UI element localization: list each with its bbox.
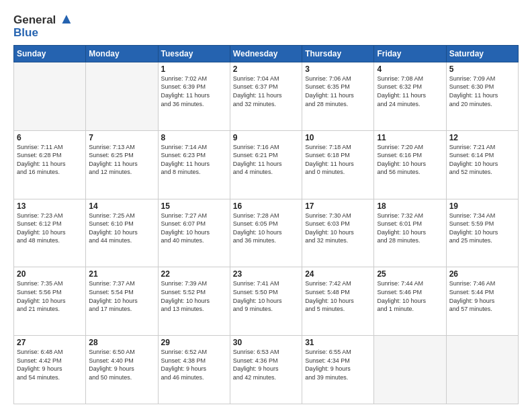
day-number: 14 — [89, 201, 154, 211]
calendar-cell: 18Sunrise: 7:32 AM Sunset: 6:01 PM Dayli… — [374, 199, 446, 267]
calendar-cell: 27Sunrise: 6:48 AM Sunset: 4:42 PM Dayli… — [14, 336, 86, 404]
calendar-cell: 28Sunrise: 6:50 AM Sunset: 4:40 PM Dayli… — [86, 336, 158, 404]
day-info: Sunrise: 7:39 AM Sunset: 5:52 PM Dayligh… — [161, 279, 227, 313]
calendar-cell: 24Sunrise: 7:42 AM Sunset: 5:48 PM Dayli… — [302, 267, 374, 336]
day-info: Sunrise: 7:06 AM Sunset: 6:35 PM Dayligh… — [305, 75, 371, 108]
day-number: 11 — [377, 133, 443, 142]
day-number: 22 — [161, 269, 227, 279]
day-number: 16 — [233, 201, 299, 211]
day-number: 30 — [233, 338, 299, 347]
day-number: 21 — [89, 269, 154, 279]
logo-bird-icon: ▲ — [59, 10, 74, 27]
day-info: Sunrise: 7:20 AM Sunset: 6:16 PM Dayligh… — [377, 143, 443, 177]
calendar-cell: 10Sunrise: 7:18 AM Sunset: 6:18 PM Dayli… — [302, 130, 374, 199]
calendar-cell: 9Sunrise: 7:16 AM Sunset: 6:21 PM Daylig… — [230, 130, 302, 199]
calendar-header-monday: Monday — [86, 45, 158, 62]
calendar-week-1: 6Sunrise: 7:11 AM Sunset: 6:28 PM Daylig… — [14, 130, 519, 199]
calendar-cell: 8Sunrise: 7:14 AM Sunset: 6:23 PM Daylig… — [158, 130, 230, 199]
calendar-header-friday: Friday — [374, 45, 446, 62]
day-info: Sunrise: 7:11 AM Sunset: 6:28 PM Dayligh… — [17, 143, 83, 177]
day-info: Sunrise: 7:42 AM Sunset: 5:48 PM Dayligh… — [305, 279, 371, 313]
calendar-cell: 30Sunrise: 6:53 AM Sunset: 4:36 PM Dayli… — [230, 336, 302, 404]
day-info: Sunrise: 6:48 AM Sunset: 4:42 PM Dayligh… — [17, 348, 83, 381]
calendar-week-3: 20Sunrise: 7:35 AM Sunset: 5:56 PM Dayli… — [14, 267, 519, 336]
day-number: 24 — [305, 269, 371, 279]
calendar-header-sunday: Sunday — [14, 45, 86, 62]
day-info: Sunrise: 7:09 AM Sunset: 6:30 PM Dayligh… — [449, 75, 515, 108]
day-info: Sunrise: 6:50 AM Sunset: 4:40 PM Dayligh… — [89, 348, 154, 381]
logo-blue: Blue — [13, 27, 74, 40]
day-info: Sunrise: 7:35 AM Sunset: 5:56 PM Dayligh… — [17, 279, 83, 313]
day-number: 13 — [17, 201, 83, 211]
day-info: Sunrise: 7:27 AM Sunset: 6:07 PM Dayligh… — [161, 212, 227, 245]
day-info: Sunrise: 7:37 AM Sunset: 5:54 PM Dayligh… — [89, 279, 154, 313]
calendar-header-wednesday: Wednesday — [230, 45, 302, 62]
day-number: 5 — [449, 64, 515, 74]
day-info: Sunrise: 6:53 AM Sunset: 4:36 PM Dayligh… — [233, 348, 299, 381]
calendar-cell: 26Sunrise: 7:46 AM Sunset: 5:44 PM Dayli… — [446, 267, 518, 336]
header: General ▲ Blue — [13, 11, 519, 40]
calendar-cell: 22Sunrise: 7:39 AM Sunset: 5:52 PM Dayli… — [158, 267, 230, 336]
calendar-cell — [446, 336, 518, 404]
calendar-cell: 14Sunrise: 7:25 AM Sunset: 6:10 PM Dayli… — [86, 199, 158, 267]
day-info: Sunrise: 7:46 AM Sunset: 5:44 PM Dayligh… — [449, 279, 515, 313]
day-info: Sunrise: 7:23 AM Sunset: 6:12 PM Dayligh… — [17, 212, 83, 245]
calendar-cell: 12Sunrise: 7:21 AM Sunset: 6:14 PM Dayli… — [446, 130, 518, 199]
day-number: 12 — [449, 133, 515, 142]
day-number: 26 — [449, 269, 515, 279]
day-number: 23 — [233, 269, 299, 279]
day-number: 20 — [17, 269, 83, 279]
day-number: 31 — [305, 338, 371, 347]
calendar-cell: 19Sunrise: 7:34 AM Sunset: 5:59 PM Dayli… — [446, 199, 518, 267]
calendar-cell: 13Sunrise: 7:23 AM Sunset: 6:12 PM Dayli… — [14, 199, 86, 267]
day-number: 15 — [161, 201, 227, 211]
day-info: Sunrise: 7:41 AM Sunset: 5:50 PM Dayligh… — [233, 279, 299, 313]
day-info: Sunrise: 7:08 AM Sunset: 6:32 PM Dayligh… — [377, 75, 443, 108]
day-number: 19 — [449, 201, 515, 211]
calendar-cell: 4Sunrise: 7:08 AM Sunset: 6:32 PM Daylig… — [374, 62, 446, 130]
day-number: 9 — [233, 133, 299, 142]
calendar-cell — [86, 62, 158, 130]
calendar-week-2: 13Sunrise: 7:23 AM Sunset: 6:12 PM Dayli… — [14, 199, 519, 267]
day-info: Sunrise: 7:34 AM Sunset: 5:59 PM Dayligh… — [449, 212, 515, 245]
day-info: Sunrise: 7:18 AM Sunset: 6:18 PM Dayligh… — [305, 143, 371, 177]
calendar-week-0: 1Sunrise: 7:02 AM Sunset: 6:39 PM Daylig… — [14, 62, 519, 130]
day-number: 3 — [305, 64, 371, 74]
day-number: 6 — [17, 133, 83, 142]
day-info: Sunrise: 7:14 AM Sunset: 6:23 PM Dayligh… — [161, 143, 227, 177]
day-number: 29 — [161, 338, 227, 347]
calendar-cell: 31Sunrise: 6:55 AM Sunset: 4:34 PM Dayli… — [302, 336, 374, 404]
day-number: 28 — [89, 338, 154, 347]
day-info: Sunrise: 7:21 AM Sunset: 6:14 PM Dayligh… — [449, 143, 515, 177]
calendar-cell: 25Sunrise: 7:44 AM Sunset: 5:46 PM Dayli… — [374, 267, 446, 336]
calendar-cell — [14, 62, 86, 130]
calendar-cell: 29Sunrise: 6:52 AM Sunset: 4:38 PM Dayli… — [158, 336, 230, 404]
day-number: 1 — [161, 64, 227, 74]
day-info: Sunrise: 7:44 AM Sunset: 5:46 PM Dayligh… — [377, 279, 443, 313]
day-number: 25 — [377, 269, 443, 279]
calendar-cell: 15Sunrise: 7:27 AM Sunset: 6:07 PM Dayli… — [158, 199, 230, 267]
calendar-cell: 23Sunrise: 7:41 AM Sunset: 5:50 PM Dayli… — [230, 267, 302, 336]
day-info: Sunrise: 7:25 AM Sunset: 6:10 PM Dayligh… — [89, 212, 154, 245]
calendar-header-row: SundayMondayTuesdayWednesdayThursdayFrid… — [14, 45, 519, 62]
logo: General ▲ Blue — [13, 11, 74, 40]
calendar-header-tuesday: Tuesday — [158, 45, 230, 62]
day-number: 18 — [377, 201, 443, 211]
day-info: Sunrise: 6:55 AM Sunset: 4:34 PM Dayligh… — [305, 348, 371, 381]
day-info: Sunrise: 7:13 AM Sunset: 6:25 PM Dayligh… — [89, 143, 154, 177]
calendar-header-thursday: Thursday — [302, 45, 374, 62]
day-info: Sunrise: 7:16 AM Sunset: 6:21 PM Dayligh… — [233, 143, 299, 177]
calendar-cell: 1Sunrise: 7:02 AM Sunset: 6:39 PM Daylig… — [158, 62, 230, 130]
day-number: 8 — [161, 133, 227, 142]
day-info: Sunrise: 6:52 AM Sunset: 4:38 PM Dayligh… — [161, 348, 227, 381]
day-number: 10 — [305, 133, 371, 142]
day-number: 27 — [17, 338, 83, 347]
day-number: 4 — [377, 64, 443, 74]
calendar-cell: 17Sunrise: 7:30 AM Sunset: 6:03 PM Dayli… — [302, 199, 374, 267]
day-info: Sunrise: 7:32 AM Sunset: 6:01 PM Dayligh… — [377, 212, 443, 245]
day-info: Sunrise: 7:28 AM Sunset: 6:05 PM Dayligh… — [233, 212, 299, 245]
calendar-cell: 6Sunrise: 7:11 AM Sunset: 6:28 PM Daylig… — [14, 130, 86, 199]
calendar-table: SundayMondayTuesdayWednesdayThursdayFrid… — [13, 45, 519, 404]
calendar-cell: 3Sunrise: 7:06 AM Sunset: 6:35 PM Daylig… — [302, 62, 374, 130]
calendar-header-saturday: Saturday — [446, 45, 518, 62]
